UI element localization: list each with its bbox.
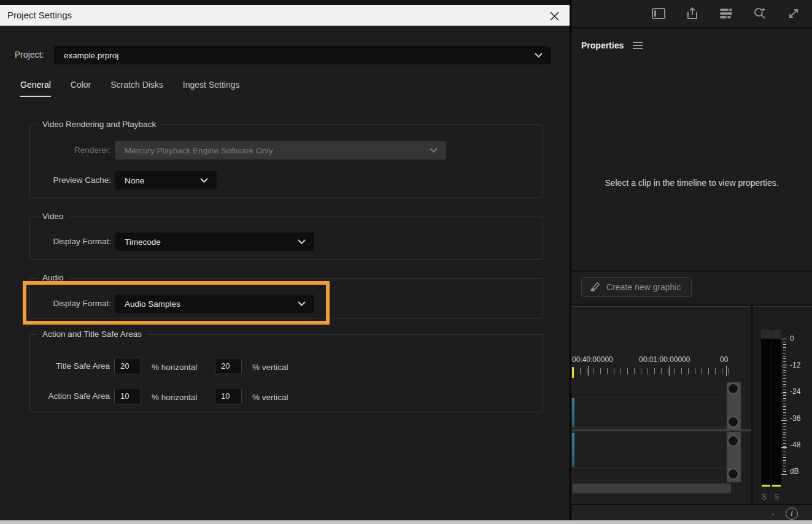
create-new-graphic-label: Create new graphic	[606, 282, 681, 292]
track-height-handle[interactable]	[727, 468, 739, 480]
fullscreen-icon[interactable]	[786, 6, 801, 21]
peak-indicator	[772, 485, 781, 487]
chevron-down-icon	[298, 301, 306, 306]
title-safe-vertical-input[interactable]	[215, 358, 242, 374]
section-legend: Video Rendering and Playback	[38, 120, 160, 129]
section-audio: Audio Display Format: Audio Samples	[29, 278, 543, 318]
ruler-major-tick	[588, 366, 589, 376]
track-boundary	[572, 398, 732, 398]
horizontal-unit-label: % horizontal	[152, 363, 197, 372]
status-dot	[772, 514, 774, 515]
ruler-timecode-label: 00:40:00000	[572, 355, 613, 364]
vertical-unit-label: % vertical	[252, 393, 288, 402]
audio-display-format-dropdown[interactable]: Audio Samples	[115, 295, 314, 313]
meter-label: -12	[790, 361, 800, 369]
tab-general[interactable]: General	[20, 80, 51, 97]
meter-label: 0	[790, 334, 800, 343]
chevron-down-icon	[430, 148, 438, 153]
audio-display-format-value: Audio Samples	[125, 299, 180, 309]
export-share-icon[interactable]	[685, 6, 700, 21]
tab-scratch-disks[interactable]: Scratch Disks	[110, 80, 163, 97]
timeline-ruler[interactable]	[573, 368, 732, 374]
timeline-horizontal-scrollbar[interactable]	[573, 484, 731, 493]
graphic-actions-row: Create new graphic	[571, 272, 812, 304]
audio-meter-channel-right	[771, 330, 781, 485]
ruler-timecode-label: 00:01:00:00000	[639, 355, 690, 364]
title-safe-horizontal-input[interactable]	[114, 358, 141, 374]
playhead-marker[interactable]	[572, 367, 574, 378]
horizontal-unit-label: % horizontal	[152, 393, 197, 402]
meter-cap	[771, 330, 781, 339]
section-video: Video Display Format: Timecode	[29, 217, 543, 260]
video-audio-divider[interactable]	[572, 429, 751, 431]
section-legend: Video	[38, 212, 68, 221]
project-settings-dialog: Project Settings Project: example.prproj…	[0, 5, 570, 520]
video-display-format-label: Display Format:	[30, 237, 111, 246]
chevron-down-icon	[298, 239, 306, 244]
meter-label: dB	[790, 467, 800, 476]
pen-graphic-icon	[589, 282, 600, 293]
workspace-panel-icon[interactable]	[651, 6, 666, 21]
preview-cache-dropdown[interactable]: None	[115, 171, 217, 190]
action-safe-vertical-input[interactable]	[215, 388, 242, 404]
section-legend: Action and Title Safe Areas	[38, 329, 146, 339]
tab-ingest-settings[interactable]: Ingest Settings	[183, 80, 240, 97]
empty-state-message: Select a clip in the timeline to view pr…	[571, 178, 812, 188]
project-dropdown-value: example.prproj	[64, 51, 118, 60]
window-bottom-edge	[0, 520, 812, 524]
vertical-unit-label: % vertical	[252, 363, 288, 372]
properties-panel: Properties Select a clip in the timeline…	[571, 29, 812, 270]
preview-cache-value: None	[125, 176, 144, 185]
project-dropdown[interactable]: example.prproj	[54, 46, 551, 64]
chevron-down-icon	[535, 53, 543, 58]
meter-label: -24	[790, 387, 800, 396]
info-icon[interactable]: i	[786, 507, 798, 520]
section-safe-areas: Action and Title Safe Areas Title Safe A…	[29, 334, 543, 412]
solo-button-right[interactable]: S	[774, 493, 779, 501]
track-height-handle[interactable]	[727, 435, 739, 447]
video-clip-edge[interactable]	[572, 398, 574, 427]
close-icon[interactable]	[547, 9, 561, 23]
magic-search-icon[interactable]	[752, 6, 767, 21]
ruler-major-tick	[726, 366, 727, 376]
meter-major-ticks	[781, 339, 787, 475]
video-display-format-dropdown[interactable]: Timecode	[115, 233, 314, 251]
preview-cache-label: Preview Cache:	[30, 175, 111, 185]
renderer-value: Mercury Playback Engine Software Only	[125, 146, 273, 155]
ruler-timecode-label: 00	[720, 355, 728, 364]
create-new-graphic-button[interactable]: Create new graphic	[581, 277, 692, 297]
action-safe-area-label: Action Safe Area	[30, 391, 110, 401]
panel-divider	[570, 0, 571, 520]
renderer-label: Renderer:	[30, 145, 111, 155]
audio-meter-panel: 0 -12 -24 -36 -48 dB S S	[753, 306, 812, 504]
ruler-major-tick	[669, 366, 670, 376]
meter-scale-labels: 0 -12 -24 -36 -48 dB	[790, 334, 800, 476]
dialog-titlebar[interactable]: Project Settings	[0, 5, 570, 26]
renderer-dropdown: Mercury Playback Engine Software Only	[115, 141, 446, 160]
section-video-rendering: Video Rendering and Playback Renderer: M…	[29, 125, 543, 198]
settings-tabs: General Color Scratch Disks Ingest Setti…	[20, 80, 239, 97]
solo-button-left[interactable]: S	[762, 493, 767, 501]
meter-label: -36	[790, 414, 800, 423]
properties-panel-title: Properties	[581, 40, 624, 50]
action-safe-horizontal-input[interactable]	[114, 388, 141, 404]
peak-indicator	[762, 485, 770, 487]
audio-meter-channel-left	[761, 330, 771, 485]
video-display-format-value: Timecode	[125, 237, 161, 247]
title-safe-area-label: Title Safe Area	[30, 361, 110, 371]
project-label: Project:	[15, 50, 44, 60]
track-height-handle[interactable]	[727, 383, 739, 395]
chevron-down-icon	[200, 178, 208, 183]
section-legend: Audio	[38, 273, 68, 282]
track-boundary	[572, 427, 732, 428]
tab-color[interactable]: Color	[71, 80, 91, 97]
timeline-panel: 00:40:00000 00:01:00:00000 00	[571, 306, 751, 504]
top-toolbar	[570, 0, 812, 27]
meter-cap	[761, 330, 771, 339]
track-height-handle[interactable]	[727, 416, 739, 428]
status-bar: i	[570, 504, 812, 520]
panel-menu-icon[interactable]	[632, 40, 643, 50]
progress-stack-icon[interactable]	[719, 6, 733, 21]
audio-clip-edge[interactable]	[572, 433, 574, 467]
audio-display-format-label: Display Format:	[30, 299, 111, 308]
